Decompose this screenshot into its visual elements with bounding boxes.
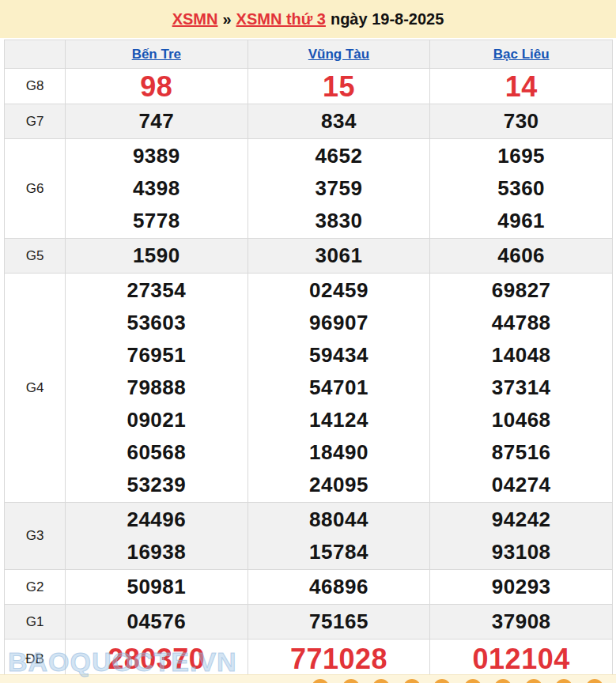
number-value: 59434 [248,339,430,372]
prize-label: G7 [5,104,66,139]
result-cell: 4606 [430,239,613,274]
prize-row-g5: G5159030614606 [5,239,613,274]
number-value: 96907 [248,307,430,339]
lotto-ball[interactable] [372,679,390,683]
prize-row-g7: G7747834730 [5,104,613,139]
lotto-ball[interactable] [464,679,482,683]
number-value: 50981 [66,571,248,603]
number-value: 60568 [66,436,248,469]
result-cell: 90293 [430,570,613,605]
number-value: 79888 [66,372,248,404]
result-cell: 15 [248,69,430,104]
result-cell: 75165 [248,605,430,640]
number-value: 10468 [430,404,612,436]
number-value: 012104 [430,640,612,678]
number-value: 04576 [66,606,248,638]
number-value: 3830 [248,205,430,237]
number-value: 280370 [66,640,248,678]
result-cell: 465237593830 [248,139,430,239]
number-value: 9389 [66,140,248,172]
number-value: 53603 [66,307,248,339]
number-value: 94242 [430,504,612,536]
number-value: 771028 [248,640,430,678]
number-value: 44788 [430,307,612,339]
province-link-ben-tre[interactable]: Bến Tre [132,47,181,62]
number-value: 24496 [66,504,248,536]
prize-label: G4 [5,274,66,503]
number-value: 14124 [248,404,430,436]
corner-cell [5,40,66,69]
number-value: 87516 [430,436,612,469]
column-header-ben-tre: Bến Tre [66,40,248,69]
number-value: 14048 [430,339,612,372]
result-cell: 169553604961 [430,139,613,239]
number-value: 18490 [248,436,430,469]
result-cell: 46896 [248,570,430,605]
column-header-bac-lieu: Bạc Liêu [430,40,613,69]
prize-label: G3 [5,503,66,570]
title-separator: » [222,10,231,28]
result-cell: 02459969075943454701141241849024095 [248,274,430,503]
result-cell: 8804415784 [248,503,430,570]
column-header-row: Bến Tre Vũng Tàu Bạc Liêu [5,40,613,69]
result-cell: 834 [248,104,430,139]
prize-row-đb: ĐB280370771028012104 [5,640,613,680]
number-value: 98 [66,70,248,103]
number-value: 37908 [430,606,612,638]
prize-label: ĐB [5,640,66,680]
result-cell: 730 [430,104,613,139]
result-cell: 771028 [248,640,430,680]
number-value: 4961 [430,205,612,237]
prize-label: G8 [5,69,66,104]
lotto-ball[interactable] [586,679,603,683]
result-cell: 69827447881404837314104688751604274 [430,274,613,503]
prize-label: G6 [5,139,66,239]
lotto-ball[interactable] [525,679,542,683]
result-cell: 37908 [430,605,613,640]
number-value: 15784 [248,536,430,568]
number-value: 834 [248,105,430,138]
number-value: 1695 [430,140,612,172]
lotto-ball[interactable] [403,679,421,683]
number-value: 747 [66,105,248,138]
xsmn-weekday-link[interactable]: XSMN thứ 3 [236,10,326,28]
province-link-vung-tau[interactable]: Vũng Tàu [308,47,369,62]
number-value: 90293 [430,571,612,603]
result-cell: 27354536037695179888090216056853239 [66,274,248,503]
number-value: 09021 [66,404,248,436]
result-cell: 1590 [66,239,248,274]
prize-row-g6: G6938943985778465237593830169553604961 [5,139,613,239]
number-value: 3061 [248,240,430,272]
result-cell: 14 [430,69,613,104]
title-date: ngày 19-8-2025 [331,10,444,28]
result-cell: 280370 [66,640,248,680]
lotto-ball[interactable] [342,679,360,683]
number-value: 27354 [66,274,248,307]
number-value: 37314 [430,372,612,404]
prize-row-g1: G1045767516537908 [5,605,613,640]
number-value: 53239 [66,469,248,501]
lotto-ball[interactable] [555,679,573,683]
lotto-ball[interactable] [312,679,329,683]
prize-label: G1 [5,605,66,640]
result-cell: 04576 [66,605,248,640]
result-cell: 012104 [430,640,613,680]
ball-strip [0,674,616,683]
number-value: 14 [430,70,612,103]
number-value: 5360 [430,172,612,205]
result-cell: 98 [66,69,248,104]
result-cell: 3061 [248,239,430,274]
number-value: 54701 [248,372,430,404]
number-value: 16938 [66,536,248,568]
province-link-bac-lieu[interactable]: Bạc Liêu [493,47,550,62]
lotto-ball[interactable] [494,679,512,683]
prize-row-g4: G427354536037695179888090216056853239024… [5,274,613,503]
prize-row-g8: G8981514 [5,69,613,104]
number-value: 730 [430,105,612,138]
number-value: 4606 [430,240,612,272]
result-cell: 938943985778 [66,139,248,239]
number-value: 93108 [430,536,612,568]
prize-label: G5 [5,239,66,274]
lotto-ball[interactable] [433,679,451,683]
xsmn-link[interactable]: XSMN [172,10,218,28]
